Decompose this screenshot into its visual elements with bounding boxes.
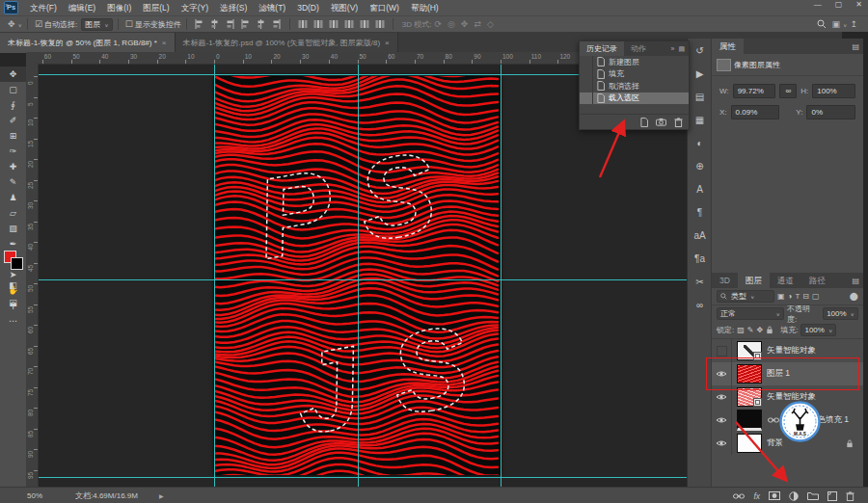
layers-tab-通道[interactable]: 通道 bbox=[770, 273, 801, 288]
distribute-top-icon[interactable] bbox=[298, 19, 308, 29]
gradient-tool[interactable]: ▨ bbox=[0, 221, 26, 236]
character-styles-panel-icon[interactable]: aA bbox=[688, 224, 712, 247]
show-transform-checkbox[interactable]: ☐ bbox=[125, 19, 133, 29]
clone-stamp-tool[interactable]: ♟ bbox=[0, 190, 26, 205]
layers-tab-路径[interactable]: 路径 bbox=[801, 273, 833, 288]
roll-3d-icon[interactable]: ◎ bbox=[448, 19, 455, 29]
character-panel-icon[interactable]: A bbox=[688, 177, 712, 200]
y-field[interactable]: 0% bbox=[806, 105, 855, 119]
share-icon[interactable]: ↥ bbox=[850, 19, 857, 29]
height-field[interactable]: 100% bbox=[812, 84, 855, 98]
link-dimensions-icon[interactable]: ∞ bbox=[779, 84, 797, 98]
layers-menu-icon[interactable]: ▤ bbox=[852, 277, 859, 285]
lock-paint-icon[interactable]: ✎ bbox=[747, 326, 754, 334]
new-adjustment-layer-icon[interactable] bbox=[789, 491, 799, 501]
delete-layer-icon[interactable] bbox=[846, 491, 854, 501]
menu-item-0[interactable]: 文件(F) bbox=[24, 0, 63, 15]
align-top-icon[interactable] bbox=[241, 19, 251, 29]
document-tab-0[interactable]: 未标题-1-恢复的 @ 50% (图层 1, RGB/8#) *× bbox=[0, 33, 176, 53]
new-document-from-state-icon[interactable] bbox=[640, 118, 648, 127]
align-hcenter-icon[interactable] bbox=[210, 19, 220, 29]
distribute-right-icon[interactable] bbox=[375, 19, 385, 29]
minimize-button[interactable]: — bbox=[814, 0, 822, 9]
layer-visibility-eye-icon[interactable] bbox=[712, 432, 732, 455]
tab-close-icon[interactable]: × bbox=[385, 39, 390, 47]
paragraph-styles-panel-icon[interactable]: ¶a bbox=[688, 247, 712, 270]
filter-smart-icon[interactable]: ▢ bbox=[812, 292, 820, 301]
add-layer-mask-icon[interactable] bbox=[769, 491, 780, 500]
status-expand-icon[interactable]: ▶ bbox=[159, 492, 164, 499]
auto-select-checkbox[interactable]: ☑ bbox=[35, 19, 42, 29]
menu-item-2[interactable]: 图像(I) bbox=[101, 0, 137, 15]
move-tool[interactable]: ✥ bbox=[0, 66, 26, 82]
maximize-button[interactable]: ▢ bbox=[835, 0, 843, 9]
opacity-select[interactable]: 100%∨ bbox=[823, 307, 858, 320]
delete-state-icon[interactable] bbox=[674, 118, 683, 127]
history-state-2[interactable]: 取消选择 bbox=[580, 80, 689, 93]
adjustments-panel-icon[interactable]: ◐ bbox=[688, 131, 712, 154]
x-field[interactable]: 0.09% bbox=[731, 105, 780, 119]
eyedropper-tool[interactable]: ✑ bbox=[0, 144, 26, 159]
filter-shape-icon[interactable]: ⊟ bbox=[802, 292, 809, 301]
align-left-icon[interactable] bbox=[195, 19, 204, 29]
history-source-checkbox[interactable] bbox=[580, 56, 593, 68]
quick-mask-button[interactable]: ◧ bbox=[0, 278, 26, 293]
layer-filter-select[interactable]: 类型∨ bbox=[717, 290, 774, 303]
panel-expand-icon[interactable]: » bbox=[670, 45, 674, 53]
mask-link-icon[interactable] bbox=[768, 417, 779, 423]
distribute-hcenter-icon[interactable] bbox=[360, 19, 369, 29]
quick-selection-tool[interactable]: ✐ bbox=[0, 113, 26, 128]
document-tab-1[interactable]: 未标题-1-恢复的.psd @ 100% (矢量智能对象, 图层蒙版/8)× bbox=[176, 33, 398, 53]
align-vcenter-icon[interactable] bbox=[257, 19, 266, 29]
toolbar-collapse-icon[interactable]: » bbox=[5, 2, 9, 9]
filter-pixel-icon[interactable]: ▣ bbox=[777, 292, 785, 301]
workspace-caret-icon[interactable]: ∨ bbox=[843, 21, 847, 27]
background-color-swatch[interactable] bbox=[11, 257, 23, 270]
properties-menu-icon[interactable]: ▤ bbox=[852, 42, 859, 51]
align-right-icon[interactable] bbox=[226, 19, 235, 29]
brush-tool[interactable]: ✎ bbox=[0, 174, 26, 190]
layer-thumbnail[interactable] bbox=[737, 434, 762, 453]
search-icon[interactable] bbox=[817, 19, 827, 29]
marquee-tool[interactable]: ▢ bbox=[0, 82, 26, 97]
history-state-3[interactable]: 载入选区 bbox=[580, 93, 689, 105]
history-source-checkbox[interactable] bbox=[580, 93, 593, 105]
menu-item-4[interactable]: 文字(Y) bbox=[176, 0, 214, 15]
layer-visibility-eye-icon[interactable] bbox=[712, 409, 732, 432]
lasso-tool[interactable]: ∮ bbox=[0, 97, 26, 113]
tool-presets-panel-icon[interactable]: ✂ bbox=[688, 270, 712, 293]
panel-menu-icon[interactable]: ▤ bbox=[678, 45, 685, 53]
pan-3d-icon[interactable]: ✥ bbox=[461, 19, 469, 29]
fill-select[interactable]: 100%∨ bbox=[800, 324, 836, 336]
menu-item-7[interactable]: 3D(D) bbox=[291, 0, 325, 15]
menu-item-6[interactable]: 滤镜(T) bbox=[253, 0, 291, 15]
history-state-1[interactable]: 填充 bbox=[580, 68, 689, 81]
screen-mode-button[interactable]: ⬓ bbox=[0, 295, 26, 310]
more-tools[interactable]: ⋯ bbox=[0, 313, 26, 329]
menu-item-3[interactable]: 图层(L) bbox=[137, 0, 175, 15]
pen-tool[interactable]: ✒ bbox=[0, 236, 26, 252]
distribute-left-icon[interactable] bbox=[344, 19, 354, 29]
properties-tab[interactable]: 属性 bbox=[712, 39, 744, 54]
width-field[interactable]: 99.72% bbox=[733, 84, 776, 98]
layers-tab-3D[interactable]: 3D bbox=[712, 273, 738, 288]
layers-tab-图层[interactable]: 图层 bbox=[738, 273, 770, 288]
lock-position-icon[interactable]: ✥ bbox=[757, 326, 764, 334]
camera-3d-icon[interactable]: ◇ bbox=[487, 19, 494, 29]
zoom-level[interactable]: 50% bbox=[27, 491, 42, 500]
menu-item-5[interactable]: 选择(S) bbox=[214, 0, 253, 15]
history-source-checkbox[interactable] bbox=[580, 80, 593, 93]
healing-brush-tool[interactable]: ✚ bbox=[0, 159, 26, 174]
actions-tab[interactable]: 动作 bbox=[624, 41, 653, 56]
layer-thumbnail[interactable] bbox=[737, 387, 762, 407]
lock-transparent-icon[interactable]: ▨ bbox=[737, 326, 745, 334]
info-panel-icon[interactable]: ▦ bbox=[688, 108, 712, 131]
new-layer-icon[interactable] bbox=[827, 491, 837, 501]
eraser-tool[interactable]: ▱ bbox=[0, 205, 26, 221]
orbit-3d-icon[interactable]: ⟳ bbox=[434, 19, 442, 29]
close-button[interactable]: ✕ bbox=[855, 0, 862, 9]
distribute-bottom-icon[interactable] bbox=[329, 19, 339, 29]
styles-panel-icon[interactable]: ▤ bbox=[688, 85, 712, 108]
crop-tool[interactable]: ⊞ bbox=[0, 128, 26, 144]
clone-source-panel-icon[interactable]: ⊕ bbox=[688, 154, 712, 177]
